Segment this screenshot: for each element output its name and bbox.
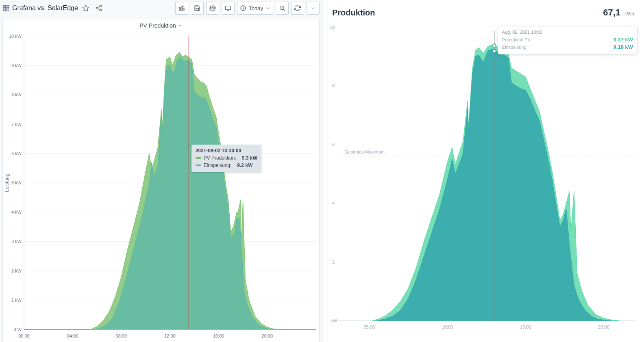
svg-point-6: [96, 7, 98, 9]
refresh-button[interactable]: [291, 2, 304, 15]
svg-point-15: [212, 7, 213, 9]
svg-text:9 kW: 9 kW: [11, 63, 22, 68]
svg-text:4: 4: [332, 201, 335, 206]
panel-title-text: PV Produktion: [139, 22, 176, 29]
svg-text:04:00: 04:00: [67, 333, 78, 338]
time-range-picker[interactable]: Today: [237, 2, 273, 15]
save-button[interactable]: [191, 2, 204, 15]
svg-text:5 kW: 5 kW: [11, 180, 22, 185]
solaredge-chart[interactable]: 24681005:0010:0015:0020:00Gestriges Maxi…: [324, 19, 640, 338]
svg-rect-11: [181, 6, 183, 11]
series-color-chip: [196, 157, 201, 159]
svg-rect-2: [3, 9, 5, 11]
svg-text:12:00: 12:00: [164, 333, 176, 338]
grafana-pane: Grafana vs. SolarEdge To: [0, 0, 322, 342]
tooltip-time: 2021-08-02 13:30:00: [196, 148, 257, 154]
solaredge-tooltip: Aug. 02, 2021 13:00 Produktion PV 9,37 k…: [498, 26, 637, 54]
svg-text:1 kW: 1 kW: [11, 298, 22, 303]
svg-text:16:00: 16:00: [213, 333, 224, 338]
svg-text:08:00: 08:00: [116, 333, 127, 338]
svg-line-20: [283, 9, 285, 11]
svg-text:Gestriges Maximum: Gestriges Maximum: [344, 149, 385, 154]
tooltip-time: Aug. 02, 2021 13:00: [502, 30, 633, 35]
solaredge-header: Produktion 67,1 kWh: [322, 0, 644, 19]
svg-rect-12: [183, 9, 185, 10]
svg-point-68: [493, 50, 496, 53]
tooltip-series-value: 9,37 kW: [614, 36, 633, 43]
share-button[interactable]: [94, 3, 104, 13]
total-unit: kWh: [624, 11, 634, 17]
series-color-chip: [196, 165, 201, 166]
zoom-out-button[interactable]: [276, 2, 289, 15]
grafana-chart[interactable]: 0 W1 kW2 kW3 kW4 kW5 kW6 kW7 kW8 kW9 kW1…: [3, 32, 319, 342]
svg-text:05:00: 05:00: [363, 325, 375, 329]
svg-text:2 kW: 2 kW: [11, 268, 22, 273]
tooltip-series-label: PV Produktion:: [204, 154, 236, 162]
svg-rect-1: [7, 5, 9, 7]
svg-text:8 kW: 8 kW: [11, 92, 22, 97]
tooltip-series-label: Einspeisung:: [204, 162, 232, 169]
svg-text:10: 10: [330, 25, 335, 30]
svg-line-9: [98, 6, 100, 8]
tooltip-series-label: Produktion PV: [502, 36, 531, 43]
svg-text:3 kW: 3 kW: [11, 239, 22, 244]
svg-point-67: [493, 44, 496, 47]
svg-rect-16: [226, 6, 231, 10]
svg-point-5: [100, 5, 102, 7]
svg-text:6: 6: [332, 142, 335, 147]
grafana-header: Grafana vs. SolarEdge To: [0, 0, 322, 16]
tooltip-series-value: 9.3 kW: [242, 154, 257, 162]
chevron-down-icon: [178, 23, 183, 28]
favorite-button[interactable]: [80, 3, 91, 13]
svg-text:2: 2: [332, 260, 335, 264]
grafana-panel: PV Produktion 0 W1 kW2 kW3 kW4 kW5 kW6 k…: [2, 19, 320, 342]
panel-title[interactable]: PV Produktion: [3, 19, 319, 32]
svg-line-8: [98, 9, 100, 10]
svg-rect-3: [7, 9, 9, 11]
dashboard-grid-icon: [2, 4, 10, 12]
add-panel-button[interactable]: [175, 2, 188, 15]
svg-point-7: [100, 9, 102, 11]
svg-text:Leistung: Leistung: [4, 173, 10, 192]
tooltip-series-value: 9,18 kW: [614, 43, 633, 51]
tv-mode-button[interactable]: [222, 2, 235, 15]
time-range-label: Today: [249, 5, 263, 11]
svg-text:10 kW: 10 kW: [9, 34, 22, 39]
svg-text:4 kW: 4 kW: [11, 210, 22, 214]
solaredge-pane: Produktion 67,1 kWh 24681005:0010:0015:0…: [322, 0, 644, 342]
tooltip-series-value: 9.2 kW: [237, 162, 252, 169]
svg-rect-10: [179, 8, 181, 11]
svg-text:6 kW: 6 kW: [11, 151, 22, 156]
svg-text:20:00: 20:00: [598, 325, 609, 329]
dashboard-title[interactable]: Grafana vs. SolarEdge: [12, 4, 78, 12]
refresh-interval-button[interactable]: [307, 2, 320, 15]
total-value: 67,1: [603, 7, 620, 18]
svg-marker-4: [83, 5, 89, 11]
svg-text:0 W: 0 W: [13, 327, 22, 332]
tooltip-series-label: Einspeisung: [502, 43, 527, 51]
svg-rect-0: [3, 5, 5, 7]
svg-text:10:00: 10:00: [442, 325, 453, 329]
svg-text:20:00: 20:00: [262, 333, 273, 338]
svg-text:00:00: 00:00: [18, 333, 30, 338]
svg-text:kW: kW: [331, 318, 337, 323]
settings-button[interactable]: [206, 2, 219, 15]
grafana-tooltip: 2021-08-02 13:30:00 PV Produktion: 9.3 k…: [191, 145, 261, 172]
svg-text:15:00: 15:00: [520, 325, 531, 329]
svg-text:8: 8: [332, 83, 335, 88]
solaredge-title: Produktion: [332, 8, 600, 17]
svg-text:7 kW: 7 kW: [11, 122, 22, 127]
